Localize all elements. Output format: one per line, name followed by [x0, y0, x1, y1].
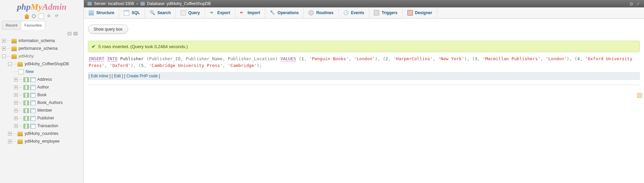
- tab-query[interactable]: Query: [176, 7, 205, 18]
- tab-export[interactable]: Export: [205, 7, 235, 18]
- expand-icon[interactable]: +: [14, 85, 18, 89]
- bookmark-icon[interactable]: [637, 93, 642, 98]
- database-icon: [140, 2, 145, 6]
- reload-icon[interactable]: ⟳: [54, 13, 59, 19]
- tab-rout[interactable]: Routines: [304, 7, 338, 18]
- table-icon: [30, 124, 36, 129]
- tab-favourites[interactable]: Favourites: [21, 21, 45, 30]
- db-node[interactable]: yd94ohy_employee: [24, 139, 59, 144]
- home-icon[interactable]: [24, 13, 30, 19]
- table-node[interactable]: Address: [37, 77, 52, 82]
- tab-des[interactable]: Designer: [403, 7, 437, 18]
- sidebar-toolbar: ⚙ ⟳: [0, 13, 84, 21]
- breadcrumb-database[interactable]: Database: yd94ohy_CoffeeShopDB: [147, 1, 211, 6]
- expand-icon[interactable]: +: [8, 140, 12, 143]
- trig-icon: [374, 10, 379, 15]
- database-icon: [11, 46, 17, 51]
- success-notice: 5 rows inserted. (Query took 0.2464 seco…: [88, 41, 640, 52]
- collapse-icon[interactable]: [67, 32, 71, 35]
- sql-action-links: [ Edit inline ] [ Edit ] [ Create PHP co…: [88, 72, 640, 80]
- db-node[interactable]: yd94ohy_countries: [24, 131, 58, 136]
- database-icon: [17, 132, 23, 136]
- new-table-link[interactable]: New: [26, 69, 34, 74]
- table-node[interactable]: Book_Authors: [37, 100, 62, 105]
- expand-icon[interactable]: +: [2, 47, 6, 50]
- table-icon: [30, 116, 36, 121]
- docs-icon[interactable]: [39, 13, 44, 19]
- expand-icon[interactable]: +: [14, 93, 18, 97]
- evt-icon: [343, 10, 349, 15]
- db-node[interactable]: performance_schema: [18, 46, 57, 51]
- check-icon: [92, 44, 96, 49]
- top-menu: StructureSQLSearchQueryExportImportOpera…: [84, 7, 644, 19]
- expand-icon[interactable]: +: [14, 78, 18, 81]
- breadcrumb: Server: localhost:3306 » Database: yd94o…: [84, 0, 644, 7]
- logout-icon[interactable]: [32, 14, 36, 18]
- db-tree: + information_schema+ performance_schema…: [0, 37, 84, 183]
- collapse-icon[interactable]: -: [2, 54, 6, 58]
- table-icon: [30, 108, 36, 113]
- columns-icon[interactable]: [23, 101, 29, 105]
- sidebar: phpMyAdmin ⚙ ⟳ Recent Favourites + infor…: [0, 0, 84, 183]
- columns-icon[interactable]: [23, 124, 29, 129]
- page-settings-icon[interactable]: [629, 1, 634, 6]
- breadcrumb-sep: »: [136, 1, 138, 6]
- columns-icon[interactable]: [23, 77, 29, 82]
- tab-trig[interactable]: Triggers: [369, 7, 402, 18]
- ops-icon: [270, 10, 275, 15]
- tab-struct[interactable]: Structure: [84, 7, 119, 18]
- expand-icon[interactable]: +: [14, 124, 18, 128]
- expand-icon[interactable]: +: [14, 116, 18, 120]
- database-icon: [17, 62, 23, 67]
- expand-icon[interactable]: +: [14, 101, 18, 105]
- table-node[interactable]: Member: [37, 108, 52, 113]
- logo[interactable]: phpMyAdmin: [0, 0, 84, 13]
- tab-evt[interactable]: Events: [339, 7, 369, 18]
- sql-icon: [124, 10, 129, 15]
- table-node[interactable]: Transaction: [37, 123, 58, 128]
- table-icon: [30, 101, 36, 105]
- table-node[interactable]: Publisher: [37, 116, 54, 120]
- server-icon: [87, 2, 92, 6]
- edit-link[interactable]: Edit: [114, 74, 121, 78]
- breadcrumb-server[interactable]: Server: localhost:3306: [94, 1, 134, 6]
- struct-icon: [89, 10, 94, 15]
- table-icon: [30, 93, 36, 98]
- fullscreen-icon[interactable]: [636, 1, 641, 6]
- database-icon: [11, 39, 17, 43]
- table-node[interactable]: Author: [37, 85, 49, 89]
- columns-icon[interactable]: [23, 85, 29, 90]
- tab-sql[interactable]: SQL: [119, 7, 145, 18]
- columns-icon[interactable]: [23, 108, 29, 113]
- export-icon: [210, 10, 215, 15]
- link-icon[interactable]: [73, 32, 78, 35]
- sql-preview: INSERT INTO Publisher (Publisher_ID, Pub…: [89, 56, 639, 69]
- expand-icon[interactable]: +: [8, 132, 12, 136]
- expand-icon[interactable]: -: [8, 62, 12, 66]
- columns-icon[interactable]: [23, 116, 29, 121]
- expand-icon[interactable]: +: [2, 39, 6, 43]
- show-query-box-button[interactable]: Show query box: [88, 25, 128, 34]
- columns-icon[interactable]: [23, 93, 29, 98]
- des-icon: [407, 10, 413, 15]
- expand-icon[interactable]: +: [14, 109, 18, 112]
- settings-icon[interactable]: ⚙: [46, 13, 52, 19]
- table-node[interactable]: Book: [37, 93, 46, 97]
- db-node[interactable]: information_schema: [18, 38, 55, 43]
- sidebar-tabs: Recent Favourites: [2, 21, 82, 30]
- nav-link-controls: [0, 30, 84, 37]
- tab-search[interactable]: Search: [145, 7, 176, 18]
- edit-inline-link[interactable]: Edit inline: [91, 74, 108, 78]
- search-icon: [150, 10, 155, 15]
- db-node[interactable]: yd94ohy_CoffeeShopDB: [24, 62, 69, 66]
- tab-ops[interactable]: Operations: [265, 7, 304, 18]
- table-icon: [30, 85, 36, 90]
- query-icon: [181, 10, 186, 15]
- new-icon: [18, 70, 24, 74]
- tab-recent[interactable]: Recent: [2, 21, 21, 30]
- db-node-current[interactable]: yd94ohy: [18, 54, 34, 59]
- import-icon: [240, 10, 245, 15]
- create-php-link[interactable]: Create PHP code: [127, 74, 158, 78]
- tab-import[interactable]: Import: [235, 7, 265, 18]
- main: Server: localhost:3306 » Database: yd94o…: [84, 0, 644, 183]
